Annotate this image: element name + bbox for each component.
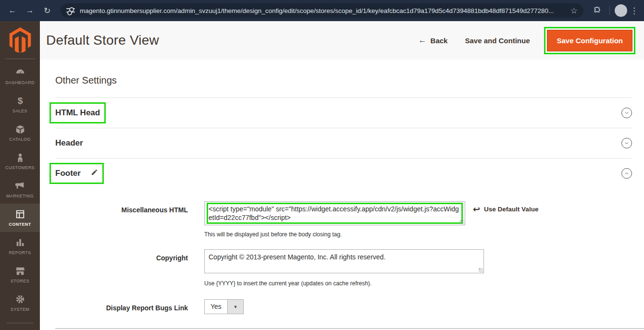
chevron-up-icon[interactable] bbox=[621, 168, 632, 179]
sidebar-item-label: MARKETING bbox=[6, 194, 34, 198]
save-and-continue-button[interactable]: Save and Continue bbox=[465, 37, 530, 45]
sidebar-item-label: STORES bbox=[11, 279, 29, 283]
misc-html-note: This will be displayed just before the b… bbox=[204, 231, 342, 238]
sidebar-item-catalog[interactable]: CATALOG bbox=[0, 119, 40, 147]
site-settings-icon[interactable] bbox=[66, 7, 75, 14]
sidebar-item-reports[interactable]: REPORTS bbox=[0, 232, 40, 260]
browser-reload-icon[interactable]: ↻ bbox=[39, 3, 55, 18]
browser-forward-icon[interactable]: → bbox=[22, 3, 37, 18]
accordion-title: Header bbox=[55, 138, 83, 148]
extensions-icon[interactable] bbox=[589, 3, 605, 18]
browser-menu-icon[interactable]: ⋮ bbox=[629, 6, 639, 16]
save-configuration-button[interactable]: Save Configuration bbox=[547, 30, 632, 51]
misc-html-textarea[interactable]: <script type="module" src="https://widge… bbox=[204, 201, 465, 225]
sidebar-item-label: REPORTS bbox=[9, 250, 31, 255]
sidebar-item-system[interactable]: SYSTEM bbox=[0, 289, 40, 317]
page-title: Default Store View bbox=[46, 33, 159, 48]
chevron-down-icon[interactable] bbox=[621, 138, 632, 148]
marketing-icon bbox=[15, 181, 25, 191]
sidebar-item-marketing[interactable]: MARKETING bbox=[0, 175, 40, 204]
sidebar-item-label: DASHBOARD bbox=[5, 80, 35, 85]
bottom-divider bbox=[55, 328, 644, 329]
admin-sidebar: DASHBOARD $ SALES CATALOG CUSTOMERS MARK… bbox=[0, 21, 40, 330]
customers-icon bbox=[15, 152, 25, 163]
dashboard-icon bbox=[15, 67, 25, 78]
sidebar-item-label: SYSTEM bbox=[11, 307, 29, 312]
sidebar-item-label: CUSTOMERS bbox=[5, 165, 35, 170]
browser-back-icon[interactable]: ← bbox=[5, 3, 20, 18]
magento-logo[interactable] bbox=[0, 21, 40, 59]
footer-settings-form: Miscellaneous HTML <script type="module"… bbox=[55, 188, 632, 314]
svg-text:$: $ bbox=[17, 96, 23, 106]
accordion-title-wrap: Footer bbox=[55, 169, 98, 178]
copyright-label: Copyright bbox=[55, 249, 188, 262]
copyright-textarea[interactable]: Copyright © 2013-present Magento, Inc. A… bbox=[204, 249, 484, 273]
sidebar-item-label: CONTENT bbox=[9, 222, 31, 227]
misc-html-label: Miscellaneous HTML bbox=[55, 201, 188, 214]
report-bugs-select[interactable]: Yes ▼ bbox=[204, 299, 244, 314]
copyright-note: Use {YYYY} to insert the current year (u… bbox=[204, 280, 484, 287]
use-default-value-button[interactable]: ↩ Use Default Value bbox=[473, 201, 538, 213]
toolbar-divider bbox=[609, 6, 610, 15]
sidebar-item-label: CATALOG bbox=[9, 137, 30, 142]
page-header: Default Store View ← Back Save and Conti… bbox=[40, 21, 644, 60]
back-arrow-icon: ← bbox=[419, 36, 427, 45]
section-title: Other Settings bbox=[55, 75, 632, 86]
reports-icon bbox=[15, 237, 25, 248]
sidebar-bottom-divider bbox=[7, 323, 33, 323]
accordion-title: Footer bbox=[55, 169, 81, 178]
address-bar[interactable]: magento.gtinnumbersupplier.com/admin_svz… bbox=[61, 3, 583, 18]
accordion-title: HTML Head bbox=[55, 108, 100, 118]
sidebar-item-stores[interactable]: STORES bbox=[0, 260, 40, 289]
accordion-footer[interactable]: Footer bbox=[55, 158, 632, 188]
sales-icon: $ bbox=[15, 96, 25, 106]
sidebar-item-content[interactable]: CONTENT bbox=[0, 204, 40, 232]
copyright-value: Copyright © 2013-present Magento, Inc. A… bbox=[209, 253, 385, 261]
sidebar-item-sales[interactable]: $ SALES bbox=[0, 90, 40, 119]
bookmark-star-icon[interactable]: ☆ bbox=[570, 6, 578, 16]
accordion-header[interactable]: Header bbox=[55, 128, 632, 158]
browser-toolbar: ← → ↻ magento.gtinnumbersupplier.com/adm… bbox=[0, 0, 644, 21]
accordion-html-head[interactable]: HTML Head bbox=[55, 98, 632, 128]
sidebar-divider bbox=[5, 59, 35, 59]
back-button[interactable]: ← Back bbox=[419, 36, 448, 45]
system-icon bbox=[15, 294, 25, 305]
report-bugs-label: Display Report Bugs Link bbox=[55, 299, 188, 312]
misc-html-value: <script type="module" src="https://widge… bbox=[209, 205, 461, 222]
catalog-icon bbox=[15, 124, 25, 134]
url-text[interactable]: magento.gtinnumbersupplier.com/admin_svz… bbox=[80, 7, 566, 14]
sidebar-item-customers[interactable]: CUSTOMERS bbox=[0, 147, 40, 175]
select-arrow-icon: ▼ bbox=[227, 300, 243, 314]
edit-pencil-icon[interactable] bbox=[91, 169, 98, 176]
sidebar-item-dashboard[interactable]: DASHBOARD bbox=[0, 62, 40, 90]
stores-icon bbox=[15, 266, 25, 276]
report-bugs-value: Yes bbox=[205, 300, 227, 314]
sidebar-item-label: SALES bbox=[12, 109, 27, 113]
chevron-down-icon[interactable] bbox=[621, 108, 632, 118]
profile-avatar[interactable] bbox=[615, 4, 627, 17]
content-icon bbox=[15, 209, 25, 220]
undo-icon: ↩ bbox=[473, 206, 480, 213]
